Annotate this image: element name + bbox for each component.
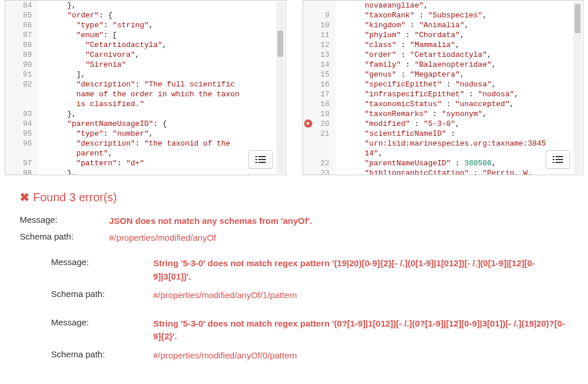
app-window: 84858687888990919293949596979899100 }, "… xyxy=(0,0,588,384)
left-scrollbar[interactable] xyxy=(276,2,284,173)
line-number: 88 xyxy=(5,40,32,50)
code-line[interactable]: "Cetartiodactyla", xyxy=(40,40,286,50)
left-code[interactable]: }, "order": { "type": "string", "enum": … xyxy=(38,1,286,175)
error-message-label: Message: xyxy=(51,257,153,267)
code-line[interactable]: "family" : "Balaenopteridae", xyxy=(338,60,583,70)
code-line[interactable]: "Sirenia" xyxy=(40,60,286,70)
code-line[interactable]: "taxonomicStatus" : "unaccepted", xyxy=(338,99,583,109)
code-line[interactable]: "phylum" : "Chordata", xyxy=(338,30,583,40)
line-number: 18 xyxy=(303,99,330,109)
error-message-value: String '5-3-0' does not match regex patt… xyxy=(153,257,568,283)
code-line[interactable]: ], xyxy=(40,70,286,79)
error-message-label: Message: xyxy=(51,317,153,327)
svg-rect-9 xyxy=(555,159,563,160)
errors-heading-text: Found 3 error(s) xyxy=(33,191,117,204)
svg-rect-6 xyxy=(553,156,554,157)
editors-row: 84858687888990919293949596979899100 }, "… xyxy=(0,0,588,181)
error-path-value: #/properties/modified/anyOf/0/pattern xyxy=(153,349,297,363)
right-gutter: 91011121314151617181920✖212223 xyxy=(303,1,336,175)
right-menu-button[interactable] xyxy=(546,150,570,169)
error-path-value: #/properties/modified/anyOf/1/pattern xyxy=(153,289,297,302)
error-row: Schema path: #/properties/modified/anyOf xyxy=(20,231,568,245)
line-number xyxy=(303,1,330,10)
code-line[interactable]: "class" : "Mammalia", xyxy=(338,40,583,50)
line-number: 90 xyxy=(5,60,32,70)
line-number xyxy=(5,148,32,158)
error-message-value: JSON does not match any schemas from 'an… xyxy=(109,215,312,228)
error-path-label: Schema path: xyxy=(20,231,109,241)
svg-rect-3 xyxy=(258,159,266,160)
error-marker-icon[interactable]: ✖ xyxy=(304,119,312,128)
line-number xyxy=(5,89,32,99)
left-scroll-thumb[interactable] xyxy=(277,31,283,57)
code-line[interactable]: "order": { xyxy=(40,10,286,20)
svg-rect-5 xyxy=(258,162,266,163)
list-icon xyxy=(255,155,266,164)
right-code[interactable]: novaeangliae", "taxonRank" : "Subspecies… xyxy=(336,1,583,175)
code-line[interactable]: "order" : "Cetartiodactyla", xyxy=(338,50,583,60)
code-line[interactable]: "type": "string", xyxy=(40,20,286,30)
error-path-label: Schema path: xyxy=(51,349,153,359)
code-line[interactable]: "taxonRemarks" : "synonym", xyxy=(338,109,583,119)
code-line[interactable]: "urn:lsid:marinespecies.org:taxname:3845 xyxy=(338,139,583,148)
line-number: 17 xyxy=(303,89,330,99)
error-path-value: #/properties/modified/anyOf xyxy=(109,231,216,245)
line-number: 10 xyxy=(303,20,330,30)
error-row: Message: JSON does not match any schemas… xyxy=(20,215,568,228)
code-line[interactable]: novaeangliae", xyxy=(338,1,583,10)
left-menu-button[interactable] xyxy=(248,150,273,169)
errors-panel: ✖Found 3 error(s) Message: JSON does not… xyxy=(0,181,588,383)
line-number: 86 xyxy=(5,20,32,30)
line-number: 11 xyxy=(303,30,330,40)
code-line[interactable]: "description": "The full scientific xyxy=(40,79,286,89)
code-line[interactable]: is classified." xyxy=(40,99,286,109)
error-message-value: String '5-3-0' does not match regex patt… xyxy=(153,317,568,343)
line-number: 15 xyxy=(303,70,330,79)
code-line[interactable]: "bibliographicCitation" : "Perrin, W. xyxy=(338,168,583,175)
list-icon xyxy=(553,155,563,164)
svg-rect-7 xyxy=(555,156,563,157)
code-line[interactable]: "taxonRank" : "Subspecies", xyxy=(338,10,583,20)
line-number xyxy=(303,148,330,158)
line-number: 97 xyxy=(5,158,32,168)
line-number: 93 xyxy=(5,109,32,119)
code-line[interactable]: name of the order in which the taxon xyxy=(40,89,286,99)
data-editor[interactable]: 91011121314151617181920✖212223 novaeangl… xyxy=(302,0,584,175)
line-number: 95 xyxy=(5,129,32,139)
code-line[interactable]: "kingdom" : "Animalia", xyxy=(338,20,583,30)
code-line[interactable]: "type": "number", xyxy=(40,129,286,139)
code-line[interactable]: "infraspecificEpithet" : "nodosa", xyxy=(338,89,583,99)
svg-rect-0 xyxy=(255,156,257,157)
code-line[interactable]: "scientificNameID" : xyxy=(338,129,583,139)
svg-rect-4 xyxy=(255,162,257,163)
schema-editor[interactable]: 84858687888990919293949596979899100 }, "… xyxy=(5,0,286,175)
sub-error-block: Message: String '5-3-0' does not match r… xyxy=(51,317,568,363)
code-line[interactable]: "description": "the taxonid of the xyxy=(40,139,286,148)
right-scroll-thumb[interactable] xyxy=(575,4,580,33)
error-x-icon: ✖ xyxy=(20,190,30,204)
code-line[interactable]: "modified" : "5-3-0", xyxy=(338,119,583,129)
svg-rect-2 xyxy=(255,159,257,160)
error-path-label: Schema path: xyxy=(51,289,153,299)
line-number: 23 xyxy=(303,168,330,175)
svg-rect-10 xyxy=(553,162,554,163)
line-number: 94 xyxy=(5,119,32,129)
code-line[interactable]: }, xyxy=(40,1,286,10)
code-line[interactable]: }, xyxy=(40,109,286,119)
line-number: 14 xyxy=(303,60,330,70)
line-number: 96 xyxy=(5,139,32,148)
right-scrollbar[interactable] xyxy=(573,2,582,173)
line-number: 12 xyxy=(303,40,330,50)
code-line[interactable]: "Carnivora", xyxy=(40,50,286,60)
code-line[interactable]: }, xyxy=(40,168,286,175)
code-line[interactable]: "specificEpithet" : "nodosa", xyxy=(338,79,583,89)
line-number: 98 xyxy=(5,168,32,175)
errors-heading: ✖Found 3 error(s) xyxy=(20,190,568,204)
code-line[interactable]: "genus" : "Megaptera", xyxy=(338,70,583,79)
code-line[interactable]: "parentNameUsageID": { xyxy=(40,119,286,129)
sub-error-block: Message: String '5-3-0' does not match r… xyxy=(51,257,568,302)
line-number: 9 xyxy=(303,10,330,20)
line-number: 92 xyxy=(5,79,32,89)
code-line[interactable]: "enum": [ xyxy=(40,30,286,40)
line-number: 84 xyxy=(5,1,32,10)
